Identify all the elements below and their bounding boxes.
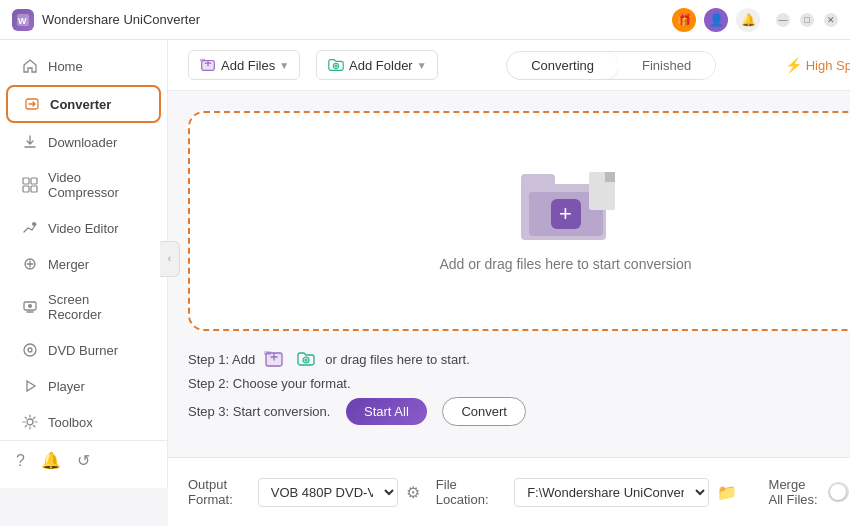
sidebar-item-merger[interactable]: Merger	[6, 247, 161, 281]
merge-all-files-toggle: Merge All Files:	[769, 477, 850, 507]
folder-doc	[589, 172, 615, 210]
add-folder-icon	[327, 56, 345, 74]
minimize-button[interactable]: —	[776, 13, 790, 27]
svg-text:W: W	[18, 16, 27, 26]
sidebar-wrapper: Home Converter Downloa	[0, 40, 168, 526]
tab-converting[interactable]: Converting	[507, 52, 618, 79]
merge-toggle-switch[interactable]	[828, 482, 849, 502]
tab-group: Converting Finished	[506, 51, 716, 80]
add-folder-button[interactable]: Add Folder ▼	[316, 50, 438, 80]
sidebar-item-converter[interactable]: Converter	[6, 85, 161, 123]
sidebar-label-home: Home	[48, 59, 83, 74]
help-icon[interactable]: ?	[16, 452, 25, 470]
svg-point-12	[28, 348, 32, 352]
step1-text: Step 1: Add	[188, 352, 255, 367]
gift-icon[interactable]: 🎁	[672, 8, 696, 32]
app-icon: W	[12, 9, 34, 31]
drop-area: + Add or drag files here to start conver…	[168, 91, 850, 457]
close-button[interactable]: ✕	[824, 13, 838, 27]
add-files-button[interactable]: Add Files ▼	[188, 50, 300, 80]
merger-icon	[22, 256, 38, 272]
folder-doc-corner	[605, 172, 615, 182]
file-location-field: File Location: F:\Wondershare UniConvert…	[436, 477, 737, 507]
step1-drag-text: or drag files here to start.	[325, 352, 470, 367]
notification-icon[interactable]: 🔔	[41, 451, 61, 470]
sidebar-item-toolbox[interactable]: Toolbox	[6, 405, 161, 439]
step-1: Step 1: Add	[188, 345, 850, 373]
dvd-burner-icon	[22, 342, 38, 358]
drop-zone[interactable]: + Add or drag files here to start conver…	[188, 111, 850, 331]
refresh-icon[interactable]: ↺	[77, 451, 90, 470]
sidebar-footer: ? 🔔 ↺	[0, 440, 167, 480]
downloader-icon	[22, 134, 38, 150]
step1-add-files-icon	[263, 348, 285, 370]
sidebar-item-screen-recorder[interactable]: Screen Recorder	[6, 283, 161, 331]
titlebar: W Wondershare UniConverter 🎁 👤 🔔 — □ ✕	[0, 0, 850, 40]
video-editor-icon	[22, 220, 38, 236]
sidebar: Home Converter Downloa	[0, 40, 168, 488]
toolbar: Add Files ▼ Add Folder ▼ Converting Fini…	[168, 40, 850, 91]
sidebar-label-toolbox: Toolbox	[48, 415, 93, 430]
bottom-bar: Output Format: VOB 480P DVD-Vi... ⚙ File…	[168, 457, 850, 526]
sidebar-label-dvd-burner: DVD Burner	[48, 343, 118, 358]
sidebar-label-screen-recorder: Screen Recorder	[48, 292, 145, 322]
sidebar-label-video-compressor: Video Compressor	[48, 170, 145, 200]
svg-point-7	[32, 222, 36, 226]
sidebar-label-player: Player	[48, 379, 85, 394]
output-format-field: Output Format: VOB 480P DVD-Vi... ⚙	[188, 477, 420, 507]
convert-button[interactable]: Convert	[442, 397, 526, 426]
svg-point-13	[27, 419, 33, 425]
sidebar-item-dvd-burner[interactable]: DVD Burner	[6, 333, 161, 367]
user-icon[interactable]: 👤	[704, 8, 728, 32]
screen-recorder-icon	[22, 299, 38, 315]
step3-text: Step 3: Start conversion.	[188, 404, 330, 419]
lightning-icon: ⚡	[785, 57, 802, 73]
sidebar-item-player[interactable]: Player	[6, 369, 161, 403]
step1-add-folder-icon	[295, 348, 317, 370]
sidebar-item-downloader[interactable]: Downloader	[6, 125, 161, 159]
output-format-select[interactable]: VOB 480P DVD-Vi...	[258, 478, 398, 507]
folder-tab	[521, 174, 555, 188]
toolbox-icon	[22, 414, 38, 430]
drop-zone-text: Add or drag files here to start conversi…	[439, 256, 691, 272]
svg-rect-16	[200, 59, 205, 62]
svg-rect-6	[31, 186, 37, 192]
sidebar-label-merger: Merger	[48, 257, 89, 272]
player-icon	[22, 378, 38, 394]
svg-point-11	[24, 344, 36, 356]
content-area: Add Files ▼ Add Folder ▼ Converting Fini…	[168, 40, 850, 526]
svg-rect-20	[264, 351, 271, 355]
high-speed-conversion[interactable]: ⚡ High Speed Conversion	[785, 57, 850, 73]
start-all-button[interactable]: Start All	[346, 398, 427, 425]
converter-icon	[24, 96, 40, 112]
svg-rect-4	[31, 178, 37, 184]
add-folder-chevron: ▼	[417, 60, 427, 71]
video-compressor-icon	[22, 177, 38, 193]
sidebar-item-video-editor[interactable]: Video Editor	[6, 211, 161, 245]
add-files-chevron: ▼	[279, 60, 289, 71]
file-location-browse-icon[interactable]: 📁	[717, 483, 737, 502]
steps-section: Step 1: Add	[188, 331, 850, 437]
sidebar-item-video-compressor[interactable]: Video Compressor	[6, 161, 161, 209]
folder-illustration: +	[521, 170, 611, 240]
bell-icon[interactable]: 🔔	[736, 8, 760, 32]
sidebar-item-home[interactable]: Home	[6, 49, 161, 83]
toggle-knob	[830, 484, 846, 500]
merge-files-label: Merge All Files:	[769, 477, 821, 507]
sidebar-collapse-button[interactable]: ‹	[160, 241, 180, 277]
svg-point-10	[28, 304, 32, 308]
window-controls: — □ ✕	[776, 13, 838, 27]
tab-finished[interactable]: Finished	[618, 52, 715, 79]
maximize-button[interactable]: □	[800, 13, 814, 27]
folder-plus-button: +	[551, 199, 581, 229]
add-files-icon	[199, 56, 217, 74]
sidebar-label-video-editor: Video Editor	[48, 221, 119, 236]
high-speed-label: High Speed Conversion	[806, 58, 850, 73]
svg-rect-3	[23, 178, 29, 184]
step-2: Step 2: Choose your format.	[188, 373, 850, 394]
main-layout: Home Converter Downloa	[0, 40, 850, 526]
step-3: Step 3: Start conversion. Start All Conv…	[188, 394, 850, 429]
file-location-select[interactable]: F:\Wondershare UniConverter	[514, 478, 708, 507]
output-format-settings-icon[interactable]: ⚙	[406, 483, 420, 502]
sidebar-label-downloader: Downloader	[48, 135, 117, 150]
